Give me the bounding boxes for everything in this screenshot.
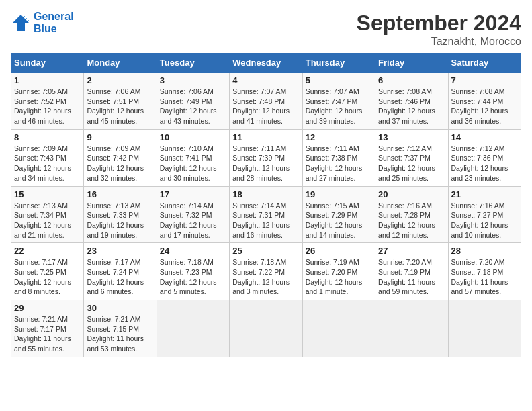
- day-number: 20: [378, 189, 445, 199]
- calendar-cell: 26Sunrise: 7:19 AM Sunset: 7:20 PM Dayli…: [302, 243, 375, 300]
- day-info: Sunrise: 7:16 AM Sunset: 7:27 PM Dayligh…: [451, 201, 518, 240]
- day-number: 25: [232, 246, 299, 256]
- calendar-cell: 12Sunrise: 7:11 AM Sunset: 7:38 PM Dayli…: [302, 129, 375, 186]
- calendar-cell: [448, 300, 521, 357]
- day-info: Sunrise: 7:17 AM Sunset: 7:24 PM Dayligh…: [87, 257, 153, 297]
- logo-text: General Blue: [34, 11, 74, 35]
- calendar-cell: 21Sunrise: 7:16 AM Sunset: 7:27 PM Dayli…: [448, 186, 521, 243]
- calendar-cell: [302, 300, 375, 357]
- calendar-cell: 7Sunrise: 7:08 AM Sunset: 7:44 PM Daylig…: [448, 73, 521, 130]
- day-info: Sunrise: 7:14 AM Sunset: 7:32 PM Dayligh…: [160, 201, 226, 240]
- calendar-cell: 24Sunrise: 7:18 AM Sunset: 7:23 PM Dayli…: [157, 243, 229, 300]
- day-info: Sunrise: 7:10 AM Sunset: 7:41 PM Dayligh…: [160, 144, 226, 183]
- col-header-saturday: Saturday: [448, 54, 521, 73]
- day-info: Sunrise: 7:18 AM Sunset: 7:22 PM Dayligh…: [232, 257, 299, 297]
- calendar-cell: 2Sunrise: 7:06 AM Sunset: 7:51 PM Daylig…: [84, 73, 157, 130]
- month-title: September 2024: [357, 11, 521, 36]
- calendar-cell: [375, 300, 448, 357]
- logo-icon: [11, 13, 31, 33]
- calendar-cell: 16Sunrise: 7:13 AM Sunset: 7:33 PM Dayli…: [84, 186, 157, 243]
- calendar-cell: 1Sunrise: 7:05 AM Sunset: 7:52 PM Daylig…: [11, 73, 84, 130]
- day-number: 8: [14, 132, 81, 142]
- day-number: 21: [451, 189, 518, 199]
- calendar-cell: 30Sunrise: 7:21 AM Sunset: 7:15 PM Dayli…: [84, 300, 157, 357]
- calendar-cell: 14Sunrise: 7:12 AM Sunset: 7:36 PM Dayli…: [448, 129, 521, 186]
- day-info: Sunrise: 7:15 AM Sunset: 7:29 PM Dayligh…: [306, 201, 372, 240]
- calendar-cell: 20Sunrise: 7:16 AM Sunset: 7:28 PM Dayli…: [375, 186, 448, 243]
- calendar-cell: 28Sunrise: 7:20 AM Sunset: 7:18 PM Dayli…: [448, 243, 521, 300]
- svg-marker-0: [13, 15, 29, 31]
- day-number: 11: [232, 132, 299, 142]
- day-number: 29: [14, 303, 81, 313]
- day-info: Sunrise: 7:07 AM Sunset: 7:47 PM Dayligh…: [306, 87, 372, 126]
- day-info: Sunrise: 7:21 AM Sunset: 7:15 PM Dayligh…: [87, 314, 153, 354]
- day-number: 16: [87, 189, 153, 199]
- col-header-wednesday: Wednesday: [230, 54, 302, 73]
- day-info: Sunrise: 7:18 AM Sunset: 7:23 PM Dayligh…: [160, 257, 226, 297]
- day-number: 6: [378, 75, 445, 85]
- col-header-friday: Friday: [375, 54, 448, 73]
- calendar-week-2: 8Sunrise: 7:09 AM Sunset: 7:43 PM Daylig…: [11, 129, 521, 186]
- day-info: Sunrise: 7:16 AM Sunset: 7:28 PM Dayligh…: [378, 201, 445, 240]
- calendar-cell: 22Sunrise: 7:17 AM Sunset: 7:25 PM Dayli…: [11, 243, 84, 300]
- calendar-cell: 11Sunrise: 7:11 AM Sunset: 7:39 PM Dayli…: [230, 129, 302, 186]
- day-info: Sunrise: 7:17 AM Sunset: 7:25 PM Dayligh…: [14, 257, 81, 297]
- logo: General Blue: [11, 11, 74, 35]
- calendar-week-4: 22Sunrise: 7:17 AM Sunset: 7:25 PM Dayli…: [11, 243, 521, 300]
- day-info: Sunrise: 7:06 AM Sunset: 7:49 PM Dayligh…: [160, 87, 226, 126]
- col-header-monday: Monday: [84, 54, 157, 73]
- day-number: 17: [160, 189, 226, 199]
- calendar-cell: 29Sunrise: 7:21 AM Sunset: 7:17 PM Dayli…: [11, 300, 84, 357]
- day-info: Sunrise: 7:05 AM Sunset: 7:52 PM Dayligh…: [14, 87, 81, 126]
- calendar-cell: 25Sunrise: 7:18 AM Sunset: 7:22 PM Dayli…: [230, 243, 302, 300]
- calendar-cell: 18Sunrise: 7:14 AM Sunset: 7:31 PM Dayli…: [230, 186, 302, 243]
- page-header: General Blue September 2024 Taznakht, Mo…: [11, 11, 521, 48]
- day-number: 14: [451, 132, 518, 142]
- calendar-cell: [157, 300, 229, 357]
- calendar-cell: 13Sunrise: 7:12 AM Sunset: 7:37 PM Dayli…: [375, 129, 448, 186]
- day-number: 1: [14, 75, 81, 85]
- calendar-cell: 8Sunrise: 7:09 AM Sunset: 7:43 PM Daylig…: [11, 129, 84, 186]
- day-info: Sunrise: 7:13 AM Sunset: 7:33 PM Dayligh…: [87, 201, 153, 240]
- day-info: Sunrise: 7:11 AM Sunset: 7:38 PM Dayligh…: [306, 144, 372, 183]
- day-number: 18: [232, 189, 299, 199]
- day-number: 22: [14, 246, 81, 256]
- day-info: Sunrise: 7:09 AM Sunset: 7:43 PM Dayligh…: [14, 144, 81, 183]
- day-info: Sunrise: 7:19 AM Sunset: 7:20 PM Dayligh…: [306, 257, 372, 297]
- calendar-cell: 3Sunrise: 7:06 AM Sunset: 7:49 PM Daylig…: [157, 73, 229, 130]
- day-number: 4: [232, 75, 299, 85]
- location-subtitle: Taznakht, Morocco: [357, 36, 521, 48]
- day-number: 5: [306, 75, 372, 85]
- day-number: 26: [306, 246, 372, 256]
- day-number: 24: [160, 246, 226, 256]
- day-info: Sunrise: 7:12 AM Sunset: 7:36 PM Dayligh…: [451, 144, 518, 183]
- day-number: 30: [87, 303, 153, 313]
- calendar-cell: 15Sunrise: 7:13 AM Sunset: 7:34 PM Dayli…: [11, 186, 84, 243]
- day-number: 12: [306, 132, 372, 142]
- calendar-week-1: 1Sunrise: 7:05 AM Sunset: 7:52 PM Daylig…: [11, 73, 521, 130]
- day-number: 9: [87, 132, 153, 142]
- day-info: Sunrise: 7:21 AM Sunset: 7:17 PM Dayligh…: [14, 314, 81, 354]
- day-number: 7: [451, 75, 518, 85]
- col-header-tuesday: Tuesday: [157, 54, 229, 73]
- day-info: Sunrise: 7:11 AM Sunset: 7:39 PM Dayligh…: [232, 144, 299, 183]
- calendar-week-3: 15Sunrise: 7:13 AM Sunset: 7:34 PM Dayli…: [11, 186, 521, 243]
- day-number: 15: [14, 189, 81, 199]
- calendar-cell: 19Sunrise: 7:15 AM Sunset: 7:29 PM Dayli…: [302, 186, 375, 243]
- day-info: Sunrise: 7:14 AM Sunset: 7:31 PM Dayligh…: [232, 201, 299, 240]
- day-number: 27: [378, 246, 445, 256]
- title-block: September 2024 Taznakht, Morocco: [357, 11, 521, 48]
- day-number: 19: [306, 189, 372, 199]
- calendar-cell: [230, 300, 302, 357]
- day-info: Sunrise: 7:12 AM Sunset: 7:37 PM Dayligh…: [378, 144, 445, 183]
- day-number: 3: [160, 75, 226, 85]
- col-header-sunday: Sunday: [11, 54, 84, 73]
- calendar-cell: 4Sunrise: 7:07 AM Sunset: 7:48 PM Daylig…: [230, 73, 302, 130]
- col-header-thursday: Thursday: [302, 54, 375, 73]
- day-info: Sunrise: 7:20 AM Sunset: 7:18 PM Dayligh…: [451, 257, 518, 297]
- day-info: Sunrise: 7:09 AM Sunset: 7:42 PM Dayligh…: [87, 144, 153, 183]
- day-number: 28: [451, 246, 518, 256]
- calendar-cell: 23Sunrise: 7:17 AM Sunset: 7:24 PM Dayli…: [84, 243, 157, 300]
- calendar-cell: 27Sunrise: 7:20 AM Sunset: 7:19 PM Dayli…: [375, 243, 448, 300]
- calendar-cell: 9Sunrise: 7:09 AM Sunset: 7:42 PM Daylig…: [84, 129, 157, 186]
